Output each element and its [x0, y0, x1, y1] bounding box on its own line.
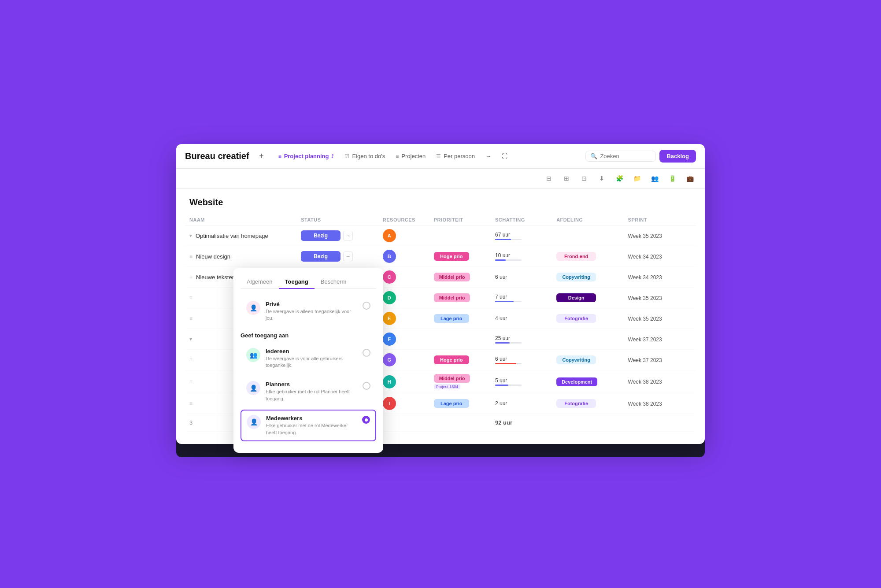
sub-icon: ≡ [189, 295, 192, 301]
search-box[interactable]: 🔍 [585, 151, 656, 162]
sprint-text: Week 37 2023 [628, 357, 662, 363]
schatting-cell: 25 uur [492, 329, 553, 350]
add-button[interactable]: + [256, 151, 267, 162]
tab-eigen-todos[interactable]: ☑ Eigen to do's [340, 150, 389, 162]
resources-cell: A [379, 226, 430, 246]
afdeling-badge: Copywriting [556, 355, 596, 364]
puzzle-icon[interactable]: 🧩 [613, 172, 626, 185]
sprint-text: Week 38 2023 [628, 401, 662, 407]
iedereen-radio[interactable] [363, 349, 370, 357]
table-row: ▾Optimalisatie van homepageBezig→A 67 uu… [185, 226, 696, 246]
afdeling-cell: Fotografie [553, 393, 624, 414]
tab-project-planning[interactable]: ≡ Project planning ⤴ [274, 150, 339, 162]
priority-badge: Middel prio [434, 273, 470, 281]
sprint-text: Week 38 2023 [628, 379, 662, 385]
access-item-planners[interactable]: 👤 Planners Elke gebruiker met de rol Pla… [241, 376, 376, 407]
planners-name: Planners [266, 381, 357, 388]
medewerkers-radio[interactable] [362, 416, 370, 424]
sub-icon: ≡ [189, 357, 192, 363]
access-section-label: Geef toegang aan [241, 332, 376, 339]
panel-tab-toegang[interactable]: Toegang [279, 275, 315, 288]
search-input[interactable] [600, 153, 651, 159]
panel-tab-bescherm[interactable]: Bescherm [315, 275, 353, 288]
prioriteit-cell: Lage prio [430, 393, 492, 414]
col-header-resources: RESOURCES [379, 214, 430, 226]
medewerkers-desc: Elke gebruiker met de rol Medewerker hee… [266, 422, 357, 436]
status-badge: Bezig [301, 230, 341, 241]
afdeling-badge: Fotografie [556, 399, 596, 408]
status-arrow-btn[interactable]: → [343, 251, 353, 261]
planners-icon: 👤 [246, 381, 260, 395]
list-icon: ≡ [278, 153, 281, 159]
group-icon[interactable]: ⊡ [578, 172, 590, 185]
priority-badge: Lage prio [434, 399, 469, 408]
prive-desc: De weergave is alleen toegankelijk voor … [266, 308, 357, 322]
columns-icon[interactable]: ⊞ [560, 172, 573, 185]
sub-icon: ≡ [189, 274, 192, 280]
prive-info: Privé De weergave is alleen toegankelijk… [266, 301, 357, 322]
sprint-text: Week 34 2023 [628, 254, 662, 260]
tab-projecten[interactable]: ≡ Projecten [391, 150, 430, 162]
tab-arrow[interactable]: → [481, 150, 496, 162]
resources-cell: H [379, 370, 430, 393]
briefcase-icon[interactable]: 💼 [684, 172, 696, 185]
prive-radio[interactable] [363, 302, 370, 310]
sub-icon: ≡ [189, 379, 192, 385]
medewerkers-name: Medewerkers [266, 415, 357, 422]
logo: Bureau creatief [185, 151, 249, 161]
resources-cell: E [379, 308, 430, 329]
chevron-icon[interactable]: ▾ [189, 233, 192, 239]
medewerkers-info: Medewerkers Elke gebruiker met de rol Me… [266, 415, 357, 436]
download-icon[interactable]: ⬇ [596, 172, 608, 185]
schatting-cell: 10 uur [492, 246, 553, 267]
tab-per-persoon[interactable]: ☰ Per persoon [432, 150, 479, 162]
schatting-cell: 67 uur [492, 226, 553, 246]
filter-icon[interactable]: ⊟ [543, 172, 555, 185]
sprint-cell: Week 34 2023 [625, 267, 696, 288]
naam-cell: ≡Nieuw design [185, 246, 297, 267]
sub-icon: ≡ [189, 253, 192, 259]
uur-text: 5 uur [495, 377, 549, 384]
battery-icon[interactable]: 🔋 [666, 172, 678, 185]
iedereen-info: Iedereen De weergave is voor alle gebrui… [266, 348, 357, 369]
panel-tab-algemeen[interactable]: Algemeen [241, 275, 279, 288]
afdeling-cell: Development [553, 370, 624, 393]
planners-radio[interactable] [363, 382, 370, 390]
access-item-medewerkers[interactable]: 👤 Medewerkers Elke gebruiker met de rol … [241, 410, 376, 441]
prioriteit-cell: Middel prio [430, 288, 492, 308]
sprint-text: Week 35 2023 [628, 316, 662, 322]
prioriteit-cell [430, 329, 492, 350]
iedereen-name: Iedereen [266, 348, 357, 355]
uur-text: 2 uur [495, 400, 549, 407]
team-icon[interactable]: 👥 [648, 172, 661, 185]
row-name: Nieuw design [196, 253, 230, 260]
access-item-prive[interactable]: 👤 Privé De weergave is alleen toegankeli… [241, 296, 376, 327]
footer-resources [379, 414, 430, 432]
nav-tabs: ≡ Project planning ⤴ ☑ Eigen to do's ≡ P… [274, 150, 579, 162]
prive-name: Privé [266, 301, 357, 307]
uur-text: 67 uur [495, 232, 549, 238]
header-right: 🔍 Backlog [585, 150, 696, 163]
row-name: Nieuwe teksten [196, 274, 235, 281]
schatting-cell: 6 uur [492, 350, 553, 370]
footer-prio [430, 414, 492, 432]
resources-cell: F [379, 329, 430, 350]
status-badge: Bezig [301, 251, 341, 262]
access-item-iedereen[interactable]: 👥 Iedereen De weergave is voor alle gebr… [241, 343, 376, 374]
status-arrow-btn[interactable]: → [343, 231, 353, 240]
resources-cell: G [379, 350, 430, 370]
progress-bar [495, 239, 522, 240]
medewerkers-icon: 👤 [247, 415, 261, 429]
tab-fullscreen[interactable]: ⛶ [497, 150, 512, 162]
prive-icon: 👤 [246, 301, 260, 315]
afdeling-cell: Frond-end [553, 246, 624, 267]
header: Bureau creatief + ≡ Project planning ⤴ ☑… [176, 144, 705, 169]
iedereen-icon: 👥 [246, 348, 260, 362]
chevron-icon[interactable]: ▾ [189, 336, 192, 342]
priority-badge: Middel prio [434, 293, 470, 302]
sprint-text: Week 37 2023 [628, 337, 662, 343]
backlog-button[interactable]: Backlog [659, 150, 696, 163]
folder-icon[interactable]: 📁 [631, 172, 643, 185]
sprint-cell: Week 38 2023 [625, 393, 696, 414]
overlay-panel: Algemeen Toegang Bescherm 👤 Privé De wee… [233, 268, 383, 453]
